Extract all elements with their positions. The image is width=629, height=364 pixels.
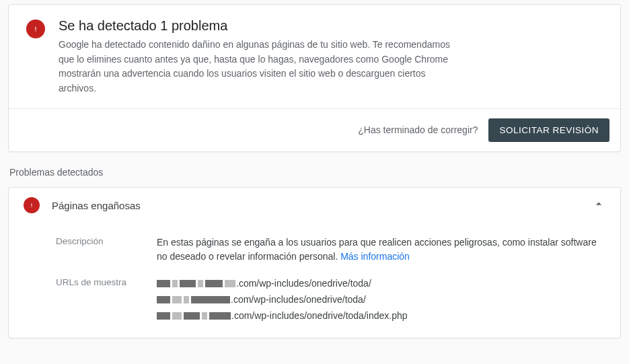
description-row: Descripción En estas páginas se engaña a…: [56, 235, 601, 264]
problem-panel: Páginas engañosas Descripción En estas p…: [8, 187, 621, 338]
urls-row: URLs de muestra .com/wp-includes/onedriv…: [56, 277, 601, 324]
problem-panel-body: Descripción En estas páginas se engaña a…: [9, 223, 620, 338]
issue-title: Se ha detectado 1 problema: [59, 18, 455, 34]
description-value: En estas páginas se engaña a los usuario…: [157, 235, 601, 264]
detected-problems-label: Problemas detectados: [9, 167, 621, 178]
urls-value: .com/wp-includes/onedrive/toda/ .com/wp-…: [157, 277, 601, 324]
redacted-domain: [157, 312, 231, 320]
issue-card: Se ha detectado 1 problema Google ha det…: [8, 4, 621, 152]
request-review-button[interactable]: SOLICITAR REVISIÓN: [488, 118, 609, 142]
issue-header-text: Se ha detectado 1 problema Google ha det…: [59, 18, 455, 96]
url-path: .com/wp-includes/onedrive/toda/: [236, 277, 371, 291]
sample-url-2: .com/wp-includes/onedrive/toda/: [157, 293, 601, 307]
alert-icon: [24, 197, 40, 213]
url-path: .com/wp-includes/onedrive/toda/index.php: [231, 309, 408, 324]
chevron-up-icon: [592, 197, 605, 214]
problem-panel-header[interactable]: Páginas engañosas: [9, 188, 620, 223]
sample-url-3: .com/wp-includes/onedrive/toda/index.php: [157, 309, 601, 324]
url-path: .com/wp-includes/onedrive/toda/: [231, 293, 366, 307]
redacted-domain: [157, 280, 235, 287]
more-info-link[interactable]: Más información: [340, 251, 410, 262]
sample-url-1: .com/wp-includes/onedrive/toda/: [157, 277, 601, 291]
issue-card-footer: ¿Has terminado de corregir? SOLICITAR RE…: [9, 108, 620, 151]
description-label: Descripción: [56, 235, 157, 264]
issue-description: Google ha detectado contenido dañino en …: [59, 38, 455, 96]
issue-card-header: Se ha detectado 1 problema Google ha det…: [9, 5, 620, 108]
redacted-domain: [157, 296, 230, 303]
urls-label: URLs de muestra: [56, 277, 157, 324]
review-prompt: ¿Has terminado de corregir?: [358, 124, 478, 135]
alert-icon: [26, 20, 45, 38]
problem-panel-title: Páginas engañosas: [52, 200, 592, 211]
